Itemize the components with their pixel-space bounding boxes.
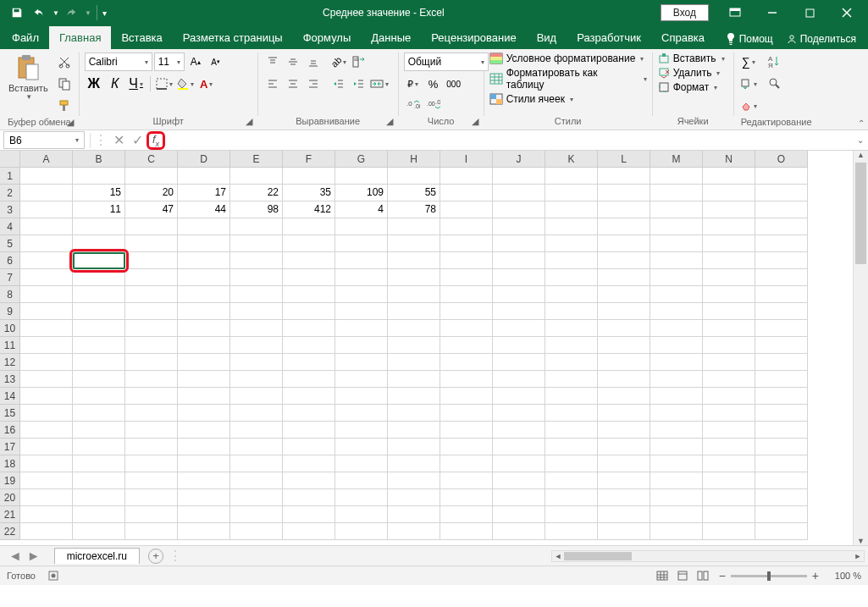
cell[interactable] — [230, 337, 283, 354]
cell[interactable] — [650, 269, 703, 286]
cell[interactable] — [73, 455, 125, 472]
cell[interactable] — [755, 354, 808, 371]
minimize-icon[interactable] — [755, 0, 790, 25]
cell[interactable]: 47 — [125, 201, 178, 218]
cell[interactable] — [125, 371, 178, 388]
row-header[interactable]: 4 — [0, 218, 20, 235]
cell[interactable] — [440, 439, 493, 455]
cell[interactable] — [440, 371, 493, 388]
cell[interactable] — [230, 455, 283, 472]
cell[interactable] — [440, 455, 493, 472]
cell[interactable] — [335, 235, 388, 252]
cell[interactable] — [20, 523, 73, 540]
cell[interactable] — [388, 320, 440, 337]
cell[interactable] — [73, 235, 125, 252]
new-sheet-icon[interactable]: + — [148, 549, 163, 564]
cell[interactable] — [73, 269, 125, 286]
row-header[interactable]: 21 — [0, 506, 20, 523]
collapse-ribbon-icon[interactable]: ⌃ — [858, 119, 865, 128]
increase-font-icon[interactable]: A▴ — [186, 52, 205, 71]
cell[interactable] — [493, 235, 545, 252]
cell[interactable] — [650, 439, 703, 455]
cell[interactable] — [650, 354, 703, 371]
font-name-select[interactable]: Calibri▾ — [85, 52, 152, 71]
cell[interactable] — [20, 337, 73, 354]
column-header[interactable]: M — [650, 151, 703, 167]
cell[interactable] — [545, 405, 598, 422]
cell[interactable] — [440, 388, 493, 405]
cell[interactable] — [598, 455, 650, 472]
cell[interactable] — [125, 506, 178, 523]
cell[interactable] — [125, 303, 178, 320]
cell[interactable] — [440, 269, 493, 286]
cell[interactable] — [230, 168, 283, 185]
row-header[interactable]: 15 — [0, 405, 20, 422]
cell[interactable] — [388, 269, 440, 286]
cells-area[interactable]: 15201722351095511474498412478 — [20, 168, 808, 540]
cell[interactable] — [283, 235, 335, 252]
cell[interactable] — [335, 269, 388, 286]
delete-cells-button[interactable]: Удалить▾ — [658, 67, 728, 79]
formula-input[interactable] — [165, 131, 853, 149]
cell[interactable] — [178, 337, 230, 354]
tab-developer[interactable]: Разработчик — [567, 26, 651, 49]
cell[interactable]: 55 — [388, 185, 440, 201]
cell[interactable] — [283, 388, 335, 405]
page-layout-view-icon[interactable] — [673, 568, 692, 583]
cell[interactable] — [755, 286, 808, 303]
cell[interactable] — [598, 337, 650, 354]
cell[interactable] — [545, 269, 598, 286]
cell[interactable] — [230, 371, 283, 388]
cell[interactable] — [73, 506, 125, 523]
cell[interactable] — [755, 303, 808, 320]
cell[interactable] — [703, 506, 755, 523]
zoom-out-icon[interactable]: − — [719, 569, 726, 582]
cell[interactable]: 35 — [283, 185, 335, 201]
row-header[interactable]: 9 — [0, 303, 20, 320]
row-header[interactable]: 14 — [0, 388, 20, 405]
cell[interactable] — [545, 168, 598, 185]
column-header[interactable]: G — [335, 151, 388, 167]
cell[interactable]: 15 — [73, 185, 125, 201]
cell[interactable] — [388, 455, 440, 472]
row-header[interactable]: 22 — [0, 523, 20, 540]
cell[interactable] — [125, 252, 178, 269]
cell[interactable] — [283, 455, 335, 472]
row-header[interactable]: 19 — [0, 472, 20, 489]
cell[interactable] — [20, 252, 73, 269]
insert-cells-button[interactable]: Вставить▾ — [658, 52, 728, 64]
cell[interactable] — [703, 371, 755, 388]
cell[interactable] — [20, 405, 73, 422]
cell[interactable] — [388, 303, 440, 320]
cell[interactable] — [650, 320, 703, 337]
cell[interactable] — [283, 337, 335, 354]
cell[interactable] — [493, 218, 545, 235]
cell[interactable] — [20, 303, 73, 320]
cell[interactable] — [20, 168, 73, 185]
cell[interactable] — [440, 218, 493, 235]
cell[interactable] — [335, 252, 388, 269]
cell[interactable] — [650, 168, 703, 185]
column-header[interactable]: J — [493, 151, 545, 167]
cell[interactable] — [388, 388, 440, 405]
cell[interactable] — [283, 252, 335, 269]
cell[interactable] — [703, 439, 755, 455]
cell[interactable] — [388, 523, 440, 540]
clear-icon[interactable]: ▾ — [739, 97, 758, 115]
cell[interactable] — [703, 472, 755, 489]
normal-view-icon[interactable] — [653, 568, 672, 583]
cell[interactable]: 22 — [230, 185, 283, 201]
paste-button[interactable]: Вставить ▼ — [5, 52, 52, 102]
decrease-font-icon[interactable]: A▾ — [207, 52, 225, 71]
close-icon[interactable] — [829, 0, 865, 25]
cell[interactable] — [703, 337, 755, 354]
cell[interactable] — [178, 405, 230, 422]
column-header[interactable]: E — [230, 151, 283, 167]
cell[interactable] — [73, 303, 125, 320]
row-header[interactable]: 2 — [0, 185, 20, 201]
cell[interactable] — [388, 218, 440, 235]
cell[interactable] — [20, 286, 73, 303]
select-all-corner[interactable] — [0, 151, 20, 168]
tab-data[interactable]: Данные — [361, 26, 421, 49]
tab-home[interactable]: Главная — [49, 26, 111, 49]
